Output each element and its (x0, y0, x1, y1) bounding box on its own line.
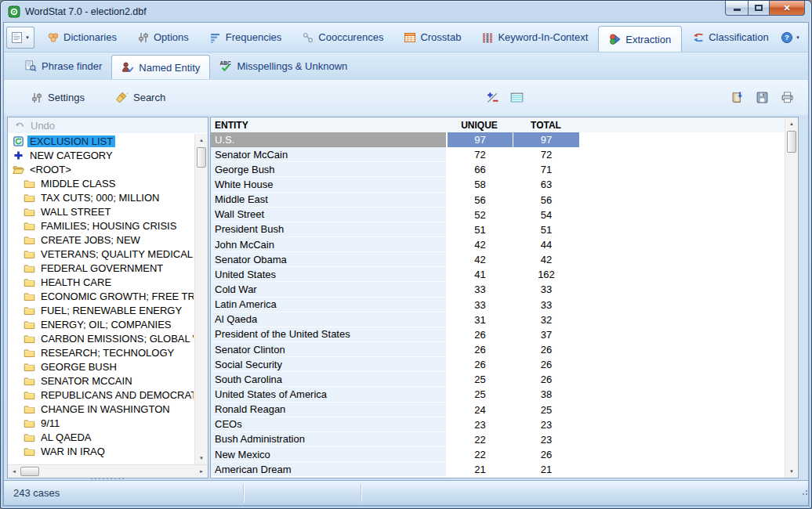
tree-item-health-care[interactable]: HEALTH CARE (9, 275, 194, 289)
tab-dictionaries[interactable]: Dictionaries (37, 23, 127, 52)
table-row[interactable]: United States41162 (211, 267, 784, 282)
table-row[interactable]: U.S.9797 (211, 132, 784, 147)
tree-item-9-11[interactable]: 9/11 (9, 416, 194, 430)
scroll-right-arrow[interactable]: ► (195, 465, 208, 478)
minimize-button[interactable] (725, 1, 749, 16)
file-menu-icon (11, 31, 24, 44)
tree-item-george-bush[interactable]: GEORGE BUSH (9, 359, 194, 374)
table-row[interactable]: Ronald Reagan2425 (211, 403, 784, 417)
table-row[interactable]: White House5863 (211, 177, 784, 192)
title-bar[interactable]: WordStat 7.0 - election2.dbf ✕ (1, 1, 811, 22)
tab-cooccurences[interactable]: Cooccurences (292, 23, 393, 52)
column-header-total[interactable]: TOTAL (513, 117, 579, 132)
search-button[interactable]: Search (110, 88, 172, 108)
tab-keyword-in-context[interactable]: Keyword-In-Context (471, 23, 598, 52)
unique-cell: 26 (446, 327, 513, 342)
tree-item-exclusion-list[interactable]: EXCLUSION LIST (9, 134, 194, 148)
scroll-left-arrow[interactable]: ◄ (8, 465, 20, 478)
table-row[interactable]: Bush Administration2223 (211, 432, 784, 447)
tree-item-war-in-iraq[interactable]: WAR IN IRAQ (9, 444, 194, 458)
tree-item-senator-mccain[interactable]: SENATOR MCCAIN (9, 374, 194, 388)
scrollbar-thumb[interactable] (787, 131, 796, 153)
table-row[interactable]: Middle East5656 (211, 193, 784, 208)
scroll-down-arrow[interactable]: ▼ (785, 465, 798, 478)
tree-item-federal-government[interactable]: FEDERAL GOVERNMENT (9, 261, 194, 275)
tree-item-change-in-washington[interactable]: CHANGE IN WASHINGTON (9, 402, 194, 416)
tree-item-middle-class[interactable]: MIDDLE CLASS (9, 176, 194, 190)
maximize-button[interactable] (748, 1, 770, 16)
print-button[interactable] (778, 88, 796, 106)
entity-cell: Senator Obama (211, 252, 446, 267)
table-row[interactable]: President of the United States2637 (211, 327, 784, 342)
splitter-grip[interactable]: ......... (77, 472, 140, 480)
scroll-up-arrow[interactable]: ▲ (785, 117, 798, 130)
table-vertical-scrollbar[interactable]: ▲ ▼ (785, 117, 798, 478)
tree-item-energy-oil-companies[interactable]: ENERGY; OIL; COMPANIES (9, 317, 194, 331)
tree-vertical-scrollbar[interactable]: ▲ ▼ (194, 134, 208, 464)
table-row[interactable]: Latin America3333 (211, 298, 784, 312)
tree-item-carbon-emissions-global-war[interactable]: CARBON EMISSIONS; GLOBAL WAR (9, 331, 194, 345)
classification-icon (692, 31, 705, 44)
table-row[interactable]: South Carolina2526 (211, 372, 784, 387)
table-row[interactable]: Senator Obama4242 (211, 252, 784, 267)
table-row[interactable]: United States of America2538 (211, 387, 784, 402)
scrollbar-thumb[interactable] (20, 467, 39, 476)
unique-cell: 41 (446, 267, 513, 282)
view-tools (484, 88, 525, 106)
options-icon (137, 31, 150, 44)
subtab-named-entity[interactable]: Named Entity (111, 55, 210, 79)
folder-icon (24, 206, 35, 218)
resize-grip[interactable] (803, 493, 804, 495)
undo-bar[interactable]: Undo (8, 117, 208, 133)
close-button[interactable]: ✕ (769, 1, 805, 16)
subtab-phrase-finder[interactable]: Phrase finder (15, 52, 111, 79)
tab-classification[interactable]: Classification (682, 23, 779, 52)
add-remove-button[interactable] (484, 88, 501, 106)
table-row[interactable]: Senator Clinton2626 (211, 342, 784, 357)
category-panel: Undo EXCLUSION LISTNEW CATEGORY<ROOT>MID… (7, 117, 208, 478)
tree-item-root[interactable]: <ROOT> (9, 162, 194, 176)
tree-item-create-jobs-new[interactable]: CREATE JOBS; NEW (9, 233, 194, 247)
tree-item-al-qaeda[interactable]: AL QAEDA (9, 430, 194, 444)
tree-item-economic-growth-free-trade[interactable]: ECONOMIC GROWTH; FREE TRADE (9, 289, 194, 303)
tab-options[interactable]: Options (127, 23, 199, 52)
tab-extraction[interactable]: Extraction (598, 26, 682, 52)
grid-view-button[interactable] (508, 88, 525, 106)
unique-cell: 42 (446, 252, 513, 267)
table-row[interactable]: CEOs2323 (211, 417, 784, 432)
tree-item-research-technology[interactable]: RESEARCH; TECHNOLOGY (9, 345, 194, 359)
tree-item-fuel-renewable-energy[interactable]: FUEL; RENEWABLE ENERGY (9, 303, 194, 317)
table-row[interactable]: Social Security2626 (211, 357, 784, 372)
tab-crosstab[interactable]: Crosstab (393, 23, 471, 52)
scroll-up-arrow[interactable]: ▲ (195, 134, 208, 146)
table-row[interactable]: President Bush5151 (211, 222, 784, 237)
add-to-dictionary-button[interactable] (728, 88, 745, 106)
table-row[interactable]: Cold War3333 (211, 282, 784, 297)
entity-cell: Social Security (211, 357, 446, 372)
table-row[interactable]: New Mexico2226 (211, 447, 784, 462)
table-row[interactable]: John McCain4244 (211, 237, 784, 252)
save-button[interactable] (753, 88, 770, 106)
help-button[interactable]: ▼ (781, 31, 800, 44)
tree-item-label: WAR IN IRAQ (38, 446, 107, 457)
scroll-down-arrow[interactable]: ▼ (195, 452, 208, 464)
table-row[interactable]: Wall Street5254 (211, 208, 784, 222)
table-row[interactable]: Al Qaeda3132 (211, 312, 784, 327)
table-row[interactable]: George Bush6671 (211, 162, 784, 177)
tree-item-tax-cuts-000-million[interactable]: TAX CUTS; 000; MILLION (9, 190, 194, 204)
tree-item-veterans-quality-medical[interactable]: VETERANS; QUALITY MEDICAL (9, 247, 194, 261)
scrollbar-thumb[interactable] (197, 147, 206, 168)
column-header-entity[interactable]: ENTITY (211, 117, 446, 132)
subtab-misspellings-unknown[interactable]: Misspellings & Unknown (210, 52, 357, 79)
tree-item-label: FEDERAL GOVERNMENT (38, 262, 165, 274)
tree-item-wall-street[interactable]: WALL STREET (9, 204, 194, 218)
tree-item-families-housing-crisis[interactable]: FAMILIES; HOUSING CRISIS (9, 218, 194, 233)
settings-button[interactable]: Settings (24, 88, 91, 108)
column-header-unique[interactable]: UNIQUE (446, 117, 513, 132)
tab-frequencies[interactable]: Frequencies (199, 23, 292, 52)
table-row[interactable]: Senator McCain7272 (211, 147, 784, 162)
table-row[interactable]: American Dream2121 (211, 462, 784, 477)
tree-item-republicans-and-democrats-d[interactable]: REPUBLICANS AND DEMOCRATS; D (9, 388, 194, 402)
file-menu-button[interactable]: ▼ (6, 27, 34, 49)
tree-item-new-category[interactable]: NEW CATEGORY (9, 148, 194, 162)
